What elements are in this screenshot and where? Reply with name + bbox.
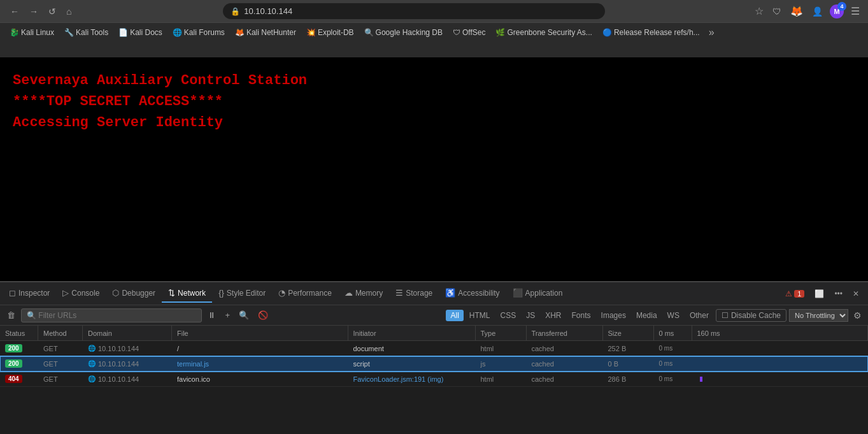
cell-file: terminal.js (172, 356, 348, 371)
pill-css[interactable]: CSS (495, 310, 520, 321)
tab-network[interactable]: ⇅ Network (162, 284, 212, 303)
error-count-badge[interactable]: ⚠ 1 (781, 287, 808, 300)
bookmark-greenbone[interactable]: 🌿 Greenbone Security As... (491, 26, 596, 39)
pill-xhr[interactable]: XHR (541, 310, 566, 321)
pill-images[interactable]: Images (597, 310, 630, 321)
filter-urls-input[interactable] (21, 308, 202, 322)
table-row[interactable]: 200 GET 🌐10.10.10.144 / document html ca… (0, 341, 868, 356)
memory-icon: ☁ (345, 288, 353, 298)
tab-inspector[interactable]: ◻ Inspector (3, 284, 56, 303)
col-header-time1: 0 ms (654, 326, 692, 340)
bookmark-star-icon[interactable]: ☆ (753, 3, 765, 19)
shield-icon[interactable]: 🛡 (771, 4, 783, 18)
profile-badge[interactable]: M 4 (830, 4, 844, 18)
cell-file: / (172, 341, 348, 356)
address-bar[interactable]: 🔒 10.10.10.144 (223, 3, 605, 19)
tab-accessibility[interactable]: ♿ Accessibility (439, 284, 506, 303)
bookmark-release[interactable]: 🔵 Release Release refs/h... (598, 26, 704, 39)
bookmark-kali-docs[interactable]: 📄 Kali Docs (114, 26, 167, 39)
storage-icon: ☰ (395, 288, 403, 298)
cell-type: js (476, 356, 527, 371)
bookmark-kali-tools[interactable]: 🔧 Kali Tools (60, 26, 113, 39)
pill-html[interactable]: HTML (465, 310, 495, 321)
responsive-design-button[interactable]: ⬜ (811, 287, 828, 300)
throttle-select[interactable]: No Throttling (789, 309, 848, 322)
tab-memory[interactable]: ☁ Memory (338, 284, 389, 303)
page-line-2: ****TOP SECRET ACCESS**** (13, 91, 855, 112)
console-icon: ▷ (62, 288, 69, 298)
bookmarks-more-button[interactable]: » (706, 27, 718, 38)
cell-domain: 🌐10.10.10.144 (83, 372, 172, 386)
domain-icon: 🌐 (88, 360, 96, 367)
col-header-file: File (172, 326, 348, 340)
kali-nethunter-icon: 🦊 (235, 28, 245, 37)
cell-method: GET (38, 356, 83, 371)
disable-cache-button[interactable]: ☐ Disable Cache (716, 309, 786, 322)
pill-fonts[interactable]: Fonts (567, 310, 595, 321)
search-button[interactable]: 🔍 (236, 308, 252, 322)
release-icon: 🔵 (602, 28, 612, 37)
pill-media[interactable]: Media (632, 310, 662, 321)
more-tools-button[interactable]: ••• (830, 287, 846, 300)
bookmark-kali-linux[interactable]: 🐉 Kali Linux (5, 26, 59, 39)
pause-recording-button[interactable]: ⏸ (204, 308, 219, 322)
tab-console[interactable]: ▷ Console (56, 284, 106, 303)
block-requests-button[interactable]: 🚫 (255, 308, 271, 322)
page-content: Severnaya Auxiliary Control Station ****… (0, 57, 868, 281)
network-table: Status Method Domain File Initiator Type… (0, 326, 868, 434)
page-title: Severnaya Auxiliary Control Station ****… (13, 70, 855, 133)
clear-network-button[interactable]: 🗑 (4, 308, 18, 322)
tab-application[interactable]: ⬛ Application (506, 284, 569, 303)
status-badge-200: 200 (5, 344, 22, 352)
close-devtools-button[interactable]: ✕ (849, 287, 863, 300)
cell-domain: 🌐10.10.10.144 (83, 356, 172, 371)
bookmark-offsec[interactable]: 🛡 OffSec (448, 26, 490, 39)
tab-style-editor[interactable]: {} Style Editor (212, 284, 272, 303)
tab-debugger[interactable]: ⬡ Debugger (106, 284, 162, 303)
forward-button[interactable]: → (25, 4, 42, 19)
kali-docs-icon: 📄 (118, 28, 128, 37)
cell-status: 404 (0, 372, 38, 386)
page-line-1: Severnaya Auxiliary Control Station (13, 70, 855, 91)
file-link[interactable]: terminal.js (177, 360, 209, 368)
cell-time1: 0 ms (654, 372, 692, 386)
pill-js[interactable]: JS (522, 310, 539, 321)
firefox-icon[interactable]: 🦊 (788, 3, 805, 19)
network-toolbar: 🗑 ⏸ + 🔍 🚫 All HTML CSS JS XHR Fonts Imag… (0, 305, 868, 326)
devtools-right-controls: ⚠ 1 ⬜ ••• ✕ (781, 287, 863, 300)
col-header-transferred: Transferred (527, 326, 603, 340)
bookmarks-bar: 🐉 Kali Linux 🔧 Kali Tools 📄 Kali Docs 🌐 … (0, 22, 868, 41)
page-line-3: Accessing Server Identity (13, 112, 855, 133)
bookmark-kali-forums[interactable]: 🌐 Kali Forums (168, 26, 229, 39)
cell-size: 286 B (603, 372, 654, 386)
bookmark-exploit-db[interactable]: 💥 Exploit-DB (302, 26, 359, 39)
add-filter-button[interactable]: + (222, 308, 233, 322)
notification-count: 4 (837, 2, 846, 11)
tab-storage[interactable]: ☰ Storage (389, 284, 439, 303)
home-button[interactable]: ⌂ (62, 4, 75, 19)
reload-button[interactable]: ↺ (45, 4, 60, 19)
network-settings-button[interactable]: ⚙ (851, 309, 864, 322)
col-header-status: Status (0, 326, 38, 340)
pill-all[interactable]: All (446, 310, 463, 321)
disable-cache-checkbox: ☐ (722, 311, 729, 320)
cell-timeline (692, 356, 869, 371)
menu-icon[interactable]: ☰ (849, 3, 862, 19)
google-hacking-db-icon: 🔍 (364, 28, 374, 37)
inspector-icon: ◻ (9, 288, 16, 298)
bookmark-kali-nethunter[interactable]: 🦊 Kali NetHunter (231, 26, 301, 39)
table-row[interactable]: 404 GET 🌐10.10.10.144 favicon.ico Favico… (0, 372, 868, 387)
table-row[interactable]: 200 GET 🌐10.10.10.144 terminal.js script… (0, 356, 868, 372)
url-display: 10.10.10.144 (244, 6, 292, 16)
tab-performance[interactable]: ◔ Performance (272, 284, 338, 303)
greenbone-icon: 🌿 (495, 28, 505, 37)
sync-icon[interactable]: 👤 (810, 4, 825, 18)
back-button[interactable]: ← (6, 4, 23, 19)
pill-other[interactable]: Other (685, 310, 713, 321)
status-badge-404: 404 (5, 375, 22, 383)
bookmark-google-hacking-db[interactable]: 🔍 Google Hacking DB (360, 26, 447, 39)
pill-ws[interactable]: WS (663, 310, 684, 321)
initiator-link[interactable]: FaviconLoader.jsm:191 (img) (353, 375, 444, 383)
cell-status: 200 (0, 356, 38, 371)
filter-pills: All HTML CSS JS XHR Fonts Images Media W… (446, 310, 713, 321)
